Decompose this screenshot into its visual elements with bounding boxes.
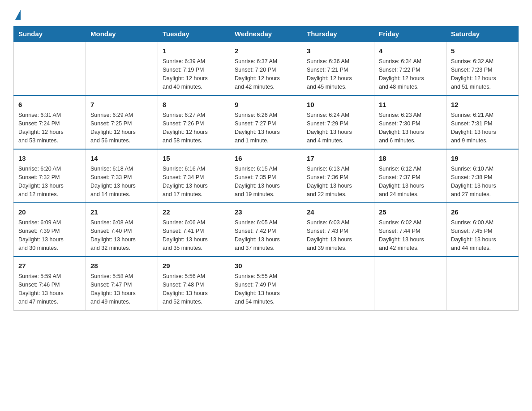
logo-triangle-icon <box>15 10 21 20</box>
day-number: 20 <box>18 207 81 217</box>
day-number: 24 <box>307 207 369 217</box>
day-info: Sunrise: 6:09 AM Sunset: 7:39 PM Dayligh… <box>18 218 81 252</box>
day-number: 7 <box>90 99 153 110</box>
day-info: Sunrise: 6:32 AM Sunset: 7:23 PM Dayligh… <box>451 57 514 91</box>
day-info: Sunrise: 6:29 AM Sunset: 7:25 PM Dayligh… <box>90 111 153 145</box>
calendar-cell: 29Sunrise: 5:56 AM Sunset: 7:48 PM Dayli… <box>158 257 230 310</box>
calendar-cell: 18Sunrise: 6:12 AM Sunset: 7:37 PM Dayli… <box>374 149 446 203</box>
day-number: 22 <box>163 207 225 217</box>
day-info: Sunrise: 6:26 AM Sunset: 7:27 PM Dayligh… <box>235 111 297 145</box>
logo <box>13 9 21 18</box>
day-info: Sunrise: 6:00 AM Sunset: 7:45 PM Dayligh… <box>451 218 514 252</box>
calendar-cell: 30Sunrise: 5:55 AM Sunset: 7:49 PM Dayli… <box>230 257 302 310</box>
day-info: Sunrise: 6:12 AM Sunset: 7:37 PM Dayligh… <box>379 165 442 198</box>
day-number: 18 <box>379 153 442 163</box>
calendar-cell: 3Sunrise: 6:36 AM Sunset: 7:21 PM Daylig… <box>302 42 374 95</box>
calendar-cell: 10Sunrise: 6:24 AM Sunset: 7:29 PM Dayli… <box>302 95 374 149</box>
calendar-week-row: 20Sunrise: 6:09 AM Sunset: 7:39 PM Dayli… <box>14 203 519 257</box>
day-info: Sunrise: 6:20 AM Sunset: 7:32 PM Dayligh… <box>18 165 81 198</box>
calendar-week-row: 13Sunrise: 6:20 AM Sunset: 7:32 PM Dayli… <box>14 149 519 203</box>
calendar-cell: 19Sunrise: 6:10 AM Sunset: 7:38 PM Dayli… <box>446 149 519 203</box>
calendar-cell: 13Sunrise: 6:20 AM Sunset: 7:32 PM Dayli… <box>14 149 86 203</box>
day-number: 8 <box>163 99 225 110</box>
calendar-week-row: 6Sunrise: 6:31 AM Sunset: 7:24 PM Daylig… <box>14 95 519 149</box>
calendar-header-thursday: Thursday <box>302 26 374 42</box>
calendar-cell: 23Sunrise: 6:05 AM Sunset: 7:42 PM Dayli… <box>230 203 302 257</box>
calendar-header-monday: Monday <box>86 26 158 42</box>
day-info: Sunrise: 5:59 AM Sunset: 7:46 PM Dayligh… <box>18 272 81 306</box>
day-info: Sunrise: 6:27 AM Sunset: 7:26 PM Dayligh… <box>163 111 225 145</box>
calendar-cell: 15Sunrise: 6:16 AM Sunset: 7:34 PM Dayli… <box>158 149 230 203</box>
day-info: Sunrise: 5:55 AM Sunset: 7:49 PM Dayligh… <box>235 272 297 306</box>
calendar-cell: 24Sunrise: 6:03 AM Sunset: 7:43 PM Dayli… <box>302 203 374 257</box>
calendar-cell: 1Sunrise: 6:39 AM Sunset: 7:19 PM Daylig… <box>158 42 230 95</box>
calendar-cell: 27Sunrise: 5:59 AM Sunset: 7:46 PM Dayli… <box>14 257 86 310</box>
calendar-cell <box>446 257 519 310</box>
day-info: Sunrise: 6:08 AM Sunset: 7:40 PM Dayligh… <box>90 218 153 252</box>
day-number: 27 <box>18 261 81 271</box>
calendar-cell <box>374 257 446 310</box>
day-number: 19 <box>451 153 514 163</box>
day-info: Sunrise: 6:16 AM Sunset: 7:34 PM Dayligh… <box>163 165 225 198</box>
calendar-cell: 6Sunrise: 6:31 AM Sunset: 7:24 PM Daylig… <box>14 95 86 149</box>
day-number: 11 <box>379 99 442 110</box>
day-info: Sunrise: 6:39 AM Sunset: 7:19 PM Dayligh… <box>163 57 225 91</box>
day-number: 29 <box>163 261 225 271</box>
day-info: Sunrise: 6:06 AM Sunset: 7:41 PM Dayligh… <box>163 218 225 252</box>
calendar-cell <box>14 42 86 95</box>
calendar-cell: 22Sunrise: 6:06 AM Sunset: 7:41 PM Dayli… <box>158 203 230 257</box>
calendar-cell: 20Sunrise: 6:09 AM Sunset: 7:39 PM Dayli… <box>14 203 86 257</box>
day-number: 13 <box>18 153 81 163</box>
calendar-cell: 12Sunrise: 6:21 AM Sunset: 7:31 PM Dayli… <box>446 95 519 149</box>
day-number: 4 <box>379 46 442 56</box>
calendar-cell: 2Sunrise: 6:37 AM Sunset: 7:20 PM Daylig… <box>230 42 302 95</box>
day-info: Sunrise: 6:18 AM Sunset: 7:33 PM Dayligh… <box>90 165 153 198</box>
day-info: Sunrise: 6:15 AM Sunset: 7:35 PM Dayligh… <box>235 165 297 198</box>
calendar-header-wednesday: Wednesday <box>230 26 302 42</box>
day-number: 9 <box>235 99 297 110</box>
day-info: Sunrise: 6:31 AM Sunset: 7:24 PM Dayligh… <box>18 111 81 145</box>
day-info: Sunrise: 6:23 AM Sunset: 7:30 PM Dayligh… <box>379 111 442 145</box>
day-number: 10 <box>307 99 369 110</box>
calendar-cell: 17Sunrise: 6:13 AM Sunset: 7:36 PM Dayli… <box>302 149 374 203</box>
calendar-cell: 7Sunrise: 6:29 AM Sunset: 7:25 PM Daylig… <box>86 95 158 149</box>
day-number: 2 <box>235 46 297 56</box>
day-number: 28 <box>90 261 153 271</box>
calendar-cell <box>302 257 374 310</box>
calendar-week-row: 27Sunrise: 5:59 AM Sunset: 7:46 PM Dayli… <box>14 257 519 310</box>
calendar-header-row: SundayMondayTuesdayWednesdayThursdayFrid… <box>14 26 519 42</box>
day-number: 17 <box>307 153 369 163</box>
day-number: 16 <box>235 153 297 163</box>
day-number: 3 <box>307 46 369 56</box>
day-number: 30 <box>235 261 297 271</box>
calendar-cell: 28Sunrise: 5:58 AM Sunset: 7:47 PM Dayli… <box>86 257 158 310</box>
calendar-table: SundayMondayTuesdayWednesdayThursdayFrid… <box>13 26 519 311</box>
calendar-cell: 9Sunrise: 6:26 AM Sunset: 7:27 PM Daylig… <box>230 95 302 149</box>
day-info: Sunrise: 6:13 AM Sunset: 7:36 PM Dayligh… <box>307 165 369 198</box>
calendar-header-tuesday: Tuesday <box>158 26 230 42</box>
day-number: 6 <box>18 99 81 110</box>
day-number: 25 <box>379 207 442 217</box>
day-number: 26 <box>451 207 514 217</box>
page-header <box>13 9 519 18</box>
day-number: 23 <box>235 207 297 217</box>
day-info: Sunrise: 6:02 AM Sunset: 7:44 PM Dayligh… <box>379 218 442 252</box>
day-info: Sunrise: 6:05 AM Sunset: 7:42 PM Dayligh… <box>235 218 297 252</box>
calendar-cell: 26Sunrise: 6:00 AM Sunset: 7:45 PM Dayli… <box>446 203 519 257</box>
calendar-header-saturday: Saturday <box>446 26 519 42</box>
calendar-cell: 16Sunrise: 6:15 AM Sunset: 7:35 PM Dayli… <box>230 149 302 203</box>
day-info: Sunrise: 6:10 AM Sunset: 7:38 PM Dayligh… <box>451 165 514 198</box>
calendar-cell: 21Sunrise: 6:08 AM Sunset: 7:40 PM Dayli… <box>86 203 158 257</box>
day-info: Sunrise: 6:34 AM Sunset: 7:22 PM Dayligh… <box>379 57 442 91</box>
day-info: Sunrise: 6:37 AM Sunset: 7:20 PM Dayligh… <box>235 57 297 91</box>
day-number: 21 <box>90 207 153 217</box>
day-number: 1 <box>163 46 225 56</box>
day-info: Sunrise: 6:21 AM Sunset: 7:31 PM Dayligh… <box>451 111 514 145</box>
calendar-header-friday: Friday <box>374 26 446 42</box>
day-info: Sunrise: 6:36 AM Sunset: 7:21 PM Dayligh… <box>307 57 369 91</box>
day-info: Sunrise: 6:24 AM Sunset: 7:29 PM Dayligh… <box>307 111 369 145</box>
day-info: Sunrise: 6:03 AM Sunset: 7:43 PM Dayligh… <box>307 218 369 252</box>
day-info: Sunrise: 5:56 AM Sunset: 7:48 PM Dayligh… <box>163 272 225 306</box>
day-number: 15 <box>163 153 225 163</box>
calendar-cell: 11Sunrise: 6:23 AM Sunset: 7:30 PM Dayli… <box>374 95 446 149</box>
